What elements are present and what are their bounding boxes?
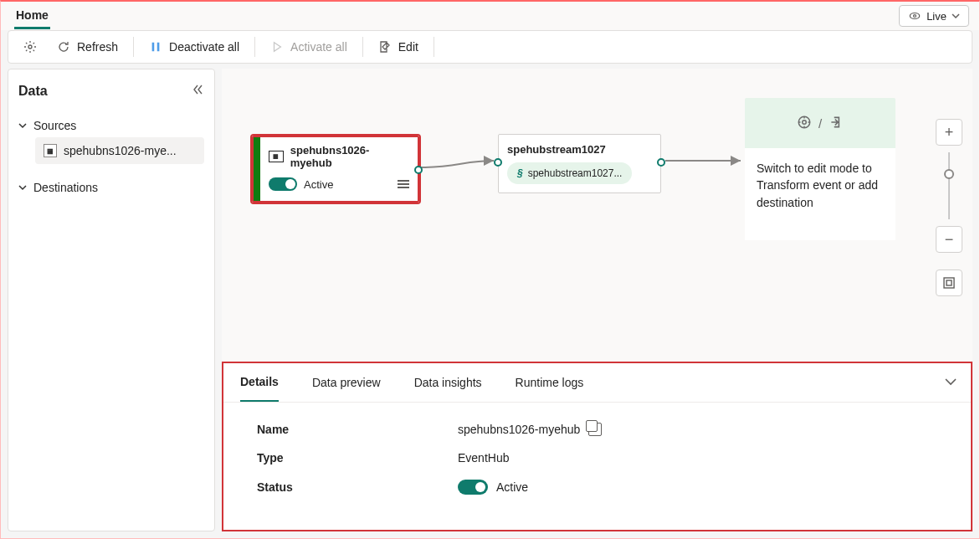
header-tabbar: Home Live [1,2,979,30]
detail-name-value: spehubns1026-myehub [458,423,580,436]
play-icon [270,40,284,54]
sources-header[interactable]: Sources [18,114,204,137]
fit-to-screen-button[interactable] [936,270,962,296]
data-sidebar: Data Sources ▦ spehubns1026-mye... Dest [8,69,215,531]
eventhub-icon: ▦ [44,144,57,157]
settings-button[interactable] [15,35,45,59]
destinations-header[interactable]: Destinations [18,176,204,199]
source-node[interactable]: ▦ spehubns1026-myehub Active [252,136,419,203]
output-icon [829,115,844,132]
activate-all-button[interactable]: Activate all [262,35,356,59]
svg-rect-8 [947,280,952,285]
zoom-controls: + − [936,119,962,296]
chevron-down-icon [18,181,28,194]
source-node-title: spehubns1026-myehub [290,144,409,169]
gear-icon [23,40,37,54]
live-label: Live [926,10,947,23]
status-toggle[interactable] [458,480,488,495]
tab-data-preview[interactable]: Data preview [312,364,381,401]
flow-canvas[interactable]: ▦ spehubns1026-myehub Active [222,69,972,362]
slash: / [818,116,822,131]
separator [362,37,363,57]
separator [434,37,434,57]
tab-data-insights[interactable]: Data insights [414,364,482,401]
sources-label: Sources [33,119,76,132]
deactivate-label: Deactivate all [169,40,239,54]
edit-icon [378,40,392,54]
svg-point-0 [910,13,919,19]
stream-pill[interactable]: § spehubstream1027... [507,162,632,184]
live-button[interactable]: Live [899,5,969,27]
stream-node[interactable]: spehubstream1027 § spehubstream1027... [498,134,661,193]
details-panel: Details Data preview Data insights Runti… [222,362,972,531]
copy-button[interactable] [588,423,602,436]
output-port[interactable] [414,166,423,174]
collapse-sidebar-icon[interactable] [191,83,204,99]
pause-icon [149,40,162,54]
source-item[interactable]: ▦ spehubns1026-mye... [35,137,204,164]
tab-home[interactable]: Home [14,3,50,29]
chevron-down-icon [18,119,28,132]
tab-details[interactable]: Details [240,363,279,402]
refresh-label: Refresh [77,40,118,54]
svg-point-2 [28,45,32,49]
stream-node-title: spehubstream1027 [507,143,652,156]
detail-type-label: Type [257,451,458,465]
stream-icon: § [517,167,523,179]
separator [133,37,134,57]
svg-rect-7 [944,278,954,288]
zoom-thumb[interactable] [944,169,954,179]
details-tabs: Details Data preview Data insights Runti… [223,363,971,403]
stream-pill-label: spehubstream1027... [528,167,623,179]
svg-rect-3 [152,43,155,52]
sidebar-title: Data [18,84,48,99]
output-port[interactable] [657,158,665,167]
zoom-out-button[interactable]: − [936,226,962,253]
edit-button[interactable]: Edit [370,35,427,59]
activate-label: Activate all [290,40,347,54]
zoom-in-button[interactable]: + [936,119,962,146]
tab-runtime-logs[interactable]: Runtime logs [516,364,584,401]
detail-name-label: Name [257,423,458,436]
zoom-slider[interactable] [948,152,950,219]
transform-icon [797,115,812,132]
eye-icon [908,9,921,23]
eventhub-icon: ▦ [269,151,284,162]
detail-type-value: EventHub [458,451,509,465]
destination-placeholder[interactable]: / Switch to edit mode to Transform event… [745,98,895,240]
svg-rect-4 [157,43,160,52]
input-port[interactable] [494,158,502,167]
status-stripe [254,137,260,201]
source-item-label: spehubns1026-mye... [64,144,177,157]
svg-point-6 [803,120,807,124]
svg-point-1 [914,15,916,18]
destination-help-text: Switch to edit mode to Transform event o… [745,148,895,240]
source-status-label: Active [304,178,333,191]
detail-status-label: Status [257,480,458,494]
destinations-label: Destinations [33,181,98,194]
chevron-down-icon [952,10,960,23]
separator [254,37,255,57]
toolbar: Refresh Deactivate all Activate all Edit [8,30,972,64]
active-toggle[interactable] [269,177,297,191]
detail-status-value: Active [496,480,528,494]
edit-label: Edit [398,40,418,54]
menu-icon[interactable] [398,180,409,188]
refresh-button[interactable]: Refresh [49,35,126,59]
collapse-panel-button[interactable] [944,375,957,391]
refresh-icon [57,40,70,54]
deactivate-all-button[interactable]: Deactivate all [141,35,248,59]
